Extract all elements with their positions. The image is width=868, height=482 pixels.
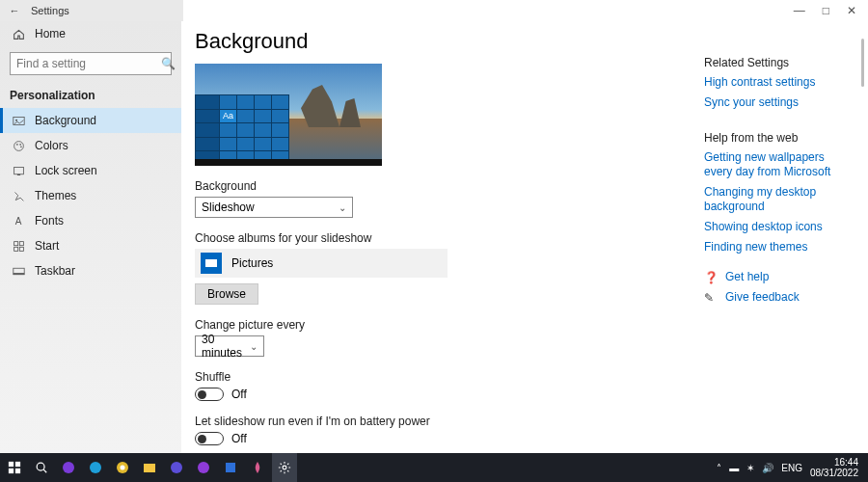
search-icon: 🔍 — [161, 57, 176, 70]
sidebar-item-label: Lock screen — [35, 164, 97, 177]
tray-battery-icon[interactable]: ▬ — [729, 463, 739, 473]
sidebar-item-lockscreen[interactable]: Lock screen — [0, 158, 181, 183]
preview-tile-sample: Aa — [220, 110, 236, 123]
svg-rect-14 — [9, 462, 14, 467]
palette-icon — [12, 139, 25, 152]
albums-label: Choose albums for your slideshow — [195, 231, 691, 245]
sidebar-item-label: Themes — [35, 189, 76, 202]
svg-point-4 — [19, 144, 21, 146]
svg-rect-6 — [14, 167, 23, 174]
themes-icon — [12, 189, 25, 202]
tb-edge-icon[interactable] — [83, 453, 108, 482]
tray-clock[interactable]: 16:44 08/31/2022 — [810, 457, 858, 478]
tb-explorer-icon[interactable] — [137, 453, 162, 482]
svg-point-25 — [171, 462, 182, 473]
sidebar-item-label: Fonts — [35, 214, 64, 228]
svg-rect-11 — [19, 247, 23, 251]
link-help-themes[interactable]: Finding new themes — [704, 240, 853, 254]
browse-button-label: Browse — [207, 287, 246, 301]
svg-point-28 — [283, 466, 286, 469]
svg-point-18 — [37, 463, 44, 470]
interval-select[interactable]: 30 minutes ⌄ — [195, 335, 264, 357]
lockscreen-icon — [12, 164, 25, 177]
minimize-icon[interactable]: — — [794, 4, 805, 17]
help-icon: ❓ — [704, 271, 718, 284]
svg-rect-16 — [9, 469, 14, 473]
interval-select-value: 30 minutes — [202, 333, 250, 360]
link-sync-settings[interactable]: Sync your settings — [704, 95, 853, 110]
get-help[interactable]: ❓ Get help — [704, 270, 853, 284]
app-title: Settings — [31, 5, 69, 16]
background-select[interactable]: Slideshow ⌄ — [195, 197, 353, 218]
shuffle-state: Off — [231, 388, 247, 401]
get-help-label: Get help — [725, 270, 769, 284]
svg-point-26 — [198, 462, 209, 473]
album-row[interactable]: Pictures — [195, 249, 448, 278]
link-high-contrast[interactable]: High contrast settings — [704, 75, 853, 90]
svg-rect-8 — [14, 241, 17, 245]
shuffle-toggle[interactable] — [195, 388, 224, 401]
search-input[interactable] — [16, 57, 161, 70]
background-label: Background — [195, 179, 691, 193]
tray-lang[interactable]: ENG — [781, 463, 802, 473]
back-icon[interactable]: ← — [6, 5, 23, 16]
svg-rect-15 — [15, 462, 20, 467]
sidebar-item-colors[interactable]: Colors — [0, 133, 181, 158]
battery-label: Let slideshow run even if I'm on battery… — [195, 415, 691, 428]
tb-app3-icon[interactable] — [191, 453, 216, 482]
svg-point-2 — [14, 141, 23, 150]
sidebar-item-label: Taskbar — [35, 264, 75, 278]
tb-chrome-icon[interactable] — [110, 453, 135, 482]
tb-app4-icon[interactable] — [218, 453, 243, 482]
feedback-icon: ✎ — [704, 291, 718, 305]
give-feedback[interactable]: ✎ Give feedback — [704, 290, 853, 305]
main-content: Background Aa Background Slideshow ⌄ Cho… — [181, 21, 704, 453]
picture-icon — [12, 114, 25, 127]
sidebar-item-fonts[interactable]: A Fonts — [0, 208, 181, 233]
svg-rect-17 — [15, 469, 20, 473]
preview-start-panel: Aa — [195, 94, 289, 166]
svg-point-21 — [90, 462, 101, 473]
close-icon[interactable]: ✕ — [847, 4, 856, 17]
shuffle-label: Shuffle — [195, 370, 691, 384]
sidebar-item-themes[interactable]: Themes — [0, 183, 181, 208]
tb-search-icon[interactable] — [29, 453, 54, 482]
help-heading: Help from the web — [704, 131, 853, 145]
tray-wifi-icon[interactable]: ✶ — [746, 463, 754, 473]
sidebar-heading: Personalization — [0, 81, 181, 108]
tb-app1-icon[interactable] — [56, 453, 81, 482]
sidebar: Home 🔍 Personalization Background Colors… — [0, 21, 181, 453]
page-title: Background — [195, 29, 691, 54]
taskbar-icon — [12, 264, 25, 278]
sidebar-item-start[interactable]: Start — [0, 233, 181, 258]
os-taskbar: ˄ ▬ ✶ 🔊 ENG 16:44 08/31/2022 — [0, 453, 868, 482]
svg-point-1 — [15, 119, 17, 120]
sidebar-item-background[interactable]: Background — [0, 108, 181, 133]
link-help-desktop-icons[interactable]: Showing desktop icons — [704, 220, 853, 234]
link-help-wallpapers[interactable]: Getting new wallpapers every day from Mi… — [704, 150, 853, 179]
sidebar-item-taskbar[interactable]: Taskbar — [0, 258, 181, 283]
tb-app2-icon[interactable] — [164, 453, 189, 482]
sidebar-home[interactable]: Home — [0, 21, 181, 46]
svg-rect-10 — [14, 247, 17, 251]
home-icon — [12, 27, 25, 40]
svg-rect-27 — [226, 463, 235, 472]
sidebar-item-label: Background — [35, 114, 96, 127]
maximize-icon[interactable]: □ — [823, 4, 829, 17]
titlebar: ← Settings — □ ✕ — [0, 0, 868, 21]
related-heading: Related Settings — [704, 56, 853, 69]
tb-settings-icon[interactable] — [272, 453, 297, 482]
tray-chevron-icon[interactable]: ˄ — [717, 463, 721, 473]
browse-button[interactable]: Browse — [195, 283, 258, 305]
svg-rect-9 — [19, 241, 23, 245]
album-value: Pictures — [231, 256, 273, 270]
scrollbar[interactable] — [861, 39, 864, 87]
battery-toggle[interactable] — [195, 432, 224, 445]
svg-point-23 — [121, 466, 125, 470]
search-input-wrap[interactable]: 🔍 — [10, 52, 172, 75]
tb-app5-icon[interactable] — [245, 453, 270, 482]
start-button[interactable] — [2, 453, 27, 482]
tray-time: 16:44 — [810, 457, 858, 468]
tray-volume-icon[interactable]: 🔊 — [762, 463, 773, 473]
link-help-background[interactable]: Changing my desktop background — [704, 185, 853, 214]
